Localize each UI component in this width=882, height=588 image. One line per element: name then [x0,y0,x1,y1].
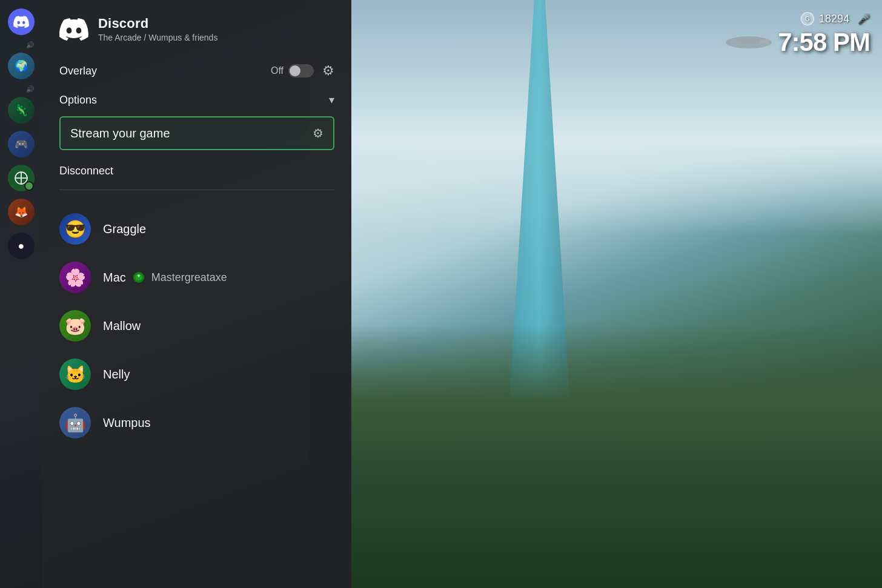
sidebar-avatar-discord[interactable] [8,8,35,35]
sidebar-avatar-2[interactable]: 🌍 [8,53,35,79]
options-row: Options ▾ [59,93,334,107]
member-row-wumpus[interactable]: 🤖 Wumpus [59,398,334,447]
overlay-label: Overlay [59,65,97,78]
sidebar-avatar-3[interactable]: 🦎 [8,97,35,124]
sidebar-avatar-group-2: 🔊 🦎 [8,85,35,125]
stream-label: Stream your game [70,127,170,140]
overlay-toggle-switch[interactable] [288,64,314,78]
stream-settings-icon[interactable]: ⚙ [313,126,323,140]
hud-overlay: G 18294 🎤 7:58 PM [778,12,870,57]
stream-game-button[interactable]: Stream your game ⚙ [59,116,334,150]
overlay-toggle-label: Off [271,65,284,76]
member-row-mallow[interactable]: 🐷 Mallow [59,302,334,350]
score-value: 18294 [819,13,849,25]
member-name-nelly: Nelly [103,368,130,382]
xbox-icon [132,271,145,284]
member-avatar-mallow: 🐷 [59,310,91,342]
panel-header: Discord The Arcade / Wumpus & friends [59,15,334,44]
sidebar: 🔊 🌍 🔊 🦎 🎮 🦊 ● [0,0,42,588]
game-terrain [309,323,882,588]
member-avatar-nelly: 🐱 [59,358,91,390]
options-chevron-icon[interactable]: ▾ [329,93,334,107]
header-text: Discord The Arcade / Wumpus & friends [98,16,217,42]
score-icon: G [801,12,814,25]
disconnect-button[interactable]: Disconnect [59,162,334,180]
member-row-graggle[interactable]: 😎 Graggle [59,205,334,253]
member-avatar-graggle: 😎 [59,213,91,245]
members-divider [59,190,334,190]
header-title: Discord [98,16,217,31]
member-gamertag-mac: Mastergreataxe [151,271,227,284]
mic-icon: 🎤 [858,13,870,25]
sidebar-avatar-4[interactable]: 🎮 [8,131,35,157]
spaceship-icon [724,33,773,51]
discord-panel: Discord The Arcade / Wumpus & friends Ov… [42,0,351,588]
overlay-settings-icon[interactable]: ⚙ [322,63,334,79]
hud-time: 7:58 PM [778,28,870,57]
sidebar-avatar-5[interactable] [8,165,35,191]
header-subtitle: The Arcade / Wumpus & friends [98,33,217,42]
member-name-mallow: Mallow [103,319,141,333]
member-row-nelly[interactable]: 🐱 Nelly [59,350,334,398]
volume-icon-2: 🔊 [26,85,35,93]
sidebar-avatar-7[interactable]: ● [8,233,35,259]
overlay-row: Overlay Off ⚙ [59,61,334,81]
volume-icon-1: 🔊 [26,41,35,49]
hud-score-row: G 18294 🎤 [801,12,870,25]
member-avatar-wumpus: 🤖 [59,407,91,438]
member-name-graggle: Graggle [103,222,146,236]
discord-logo [59,15,88,44]
sidebar-avatar-group-1: 🔊 🌍 [8,41,35,81]
sidebar-avatar-6[interactable]: 🦊 [8,199,35,225]
member-avatar-mac: 🌸 [59,262,91,293]
member-row-mac[interactable]: 🌸 Mac Mastergreataxe [59,253,334,302]
member-name-wumpus: Wumpus [103,416,151,430]
options-label: Options [59,94,97,107]
overlay-controls: Off ⚙ [271,63,334,79]
overlay-toggle-container: Off [271,64,314,78]
members-list: 😎 Graggle 🌸 Mac Mastergreataxe [59,205,334,447]
member-name-mac: Mac Mastergreataxe [103,271,227,285]
svg-rect-1 [737,38,761,43]
